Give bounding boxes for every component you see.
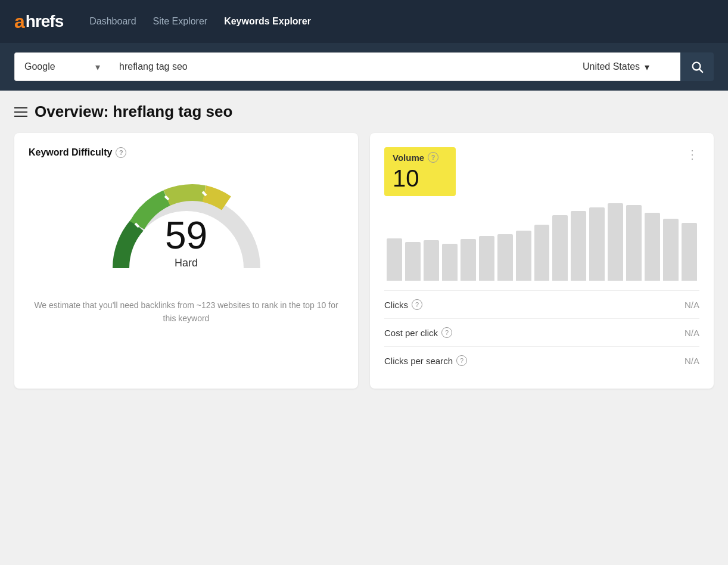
kd-score: 59 [165,216,207,254]
metric-cps: Clicks per search ? N/A [384,346,699,374]
clicks-label: Clicks ? [384,299,422,310]
kd-help-icon[interactable]: ? [116,147,126,158]
header: a hrefs Dashboard Site Explorer Keywords… [0,0,728,43]
engine-select[interactable]: Google ▾ [14,52,110,81]
metric-cpc: Cost per click ? N/A [384,318,699,346]
logo-rest: hrefs [26,12,63,31]
bar [552,215,568,281]
country-select[interactable]: United States ▾ [573,52,680,81]
clicks-help-icon[interactable]: ? [412,299,422,310]
bar [405,242,421,281]
search-button[interactable] [680,52,714,81]
volume-badge-label: Volume ? [393,152,447,163]
kd-label-text: Keyword Difficulty [29,147,112,158]
bar [571,211,586,281]
nav-keywords-explorer[interactable]: Keywords Explorer [224,16,311,27]
bar [682,223,697,281]
cps-label: Clicks per search ? [384,355,467,366]
volume-value: 10 [393,165,447,191]
kd-difficulty-label: Hard [175,257,198,269]
volume-badge: Volume ? 10 [384,147,456,196]
country-label: United States [583,61,640,72]
cps-value: N/A [685,356,699,366]
bar [589,207,605,281]
metric-clicks: Clicks ? N/A [384,290,699,318]
menu-icon[interactable] [14,107,27,117]
search-icon [690,60,704,73]
kd-label: Keyword Difficulty ? [29,147,344,158]
kd-card: Keyword Difficulty ? [14,133,358,389]
page-content: Overview: hreflang tag seo Keyword Diffi… [0,91,728,565]
clicks-value: N/A [685,300,699,310]
svg-line-1 [699,69,702,72]
bar [663,219,679,281]
chevron-down-icon: ▾ [95,61,100,73]
bar [442,244,458,281]
bar [479,236,494,281]
engine-label: Google [24,61,55,72]
bar [387,238,402,281]
volume-card: Volume ? 10 ⋮ Clicks ? N/A [370,133,714,389]
cpc-value: N/A [685,328,699,338]
nav-dashboard[interactable]: Dashboard [89,16,136,27]
nav-site-explorer[interactable]: Site Explorer [153,16,208,27]
volume-label-text: Volume [393,153,424,163]
bar [424,240,439,281]
page-title: Overview: hreflang tag seo [35,103,232,121]
bar [497,234,513,281]
cards-row: Keyword Difficulty ? [14,133,714,389]
volume-help-icon[interactable]: ? [428,152,438,163]
bar [516,231,531,281]
bar [461,239,476,281]
bar [534,225,550,281]
gauge-container: 59 Hard [29,170,344,289]
cps-help-icon[interactable]: ? [456,355,467,366]
more-options-icon[interactable]: ⋮ [686,147,699,162]
main-nav: Dashboard Site Explorer Keywords Explore… [89,16,311,27]
volume-card-header: Volume ? 10 ⋮ [384,147,699,196]
logo-a: a [14,11,24,33]
bar [626,205,642,281]
volume-bar-chart [384,203,699,281]
cpc-label: Cost per click ? [384,327,452,338]
search-input[interactable] [110,52,573,81]
bar [608,203,623,281]
kd-description: We estimate that you'll need backlinks f… [29,299,344,325]
page-title-row: Overview: hreflang tag seo [14,103,714,121]
bar [645,213,660,281]
cpc-help-icon[interactable]: ? [441,327,452,338]
search-bar: Google ▾ United States ▾ [0,43,728,91]
logo[interactable]: a hrefs [14,11,63,33]
chevron-down-icon: ▾ [645,61,649,73]
